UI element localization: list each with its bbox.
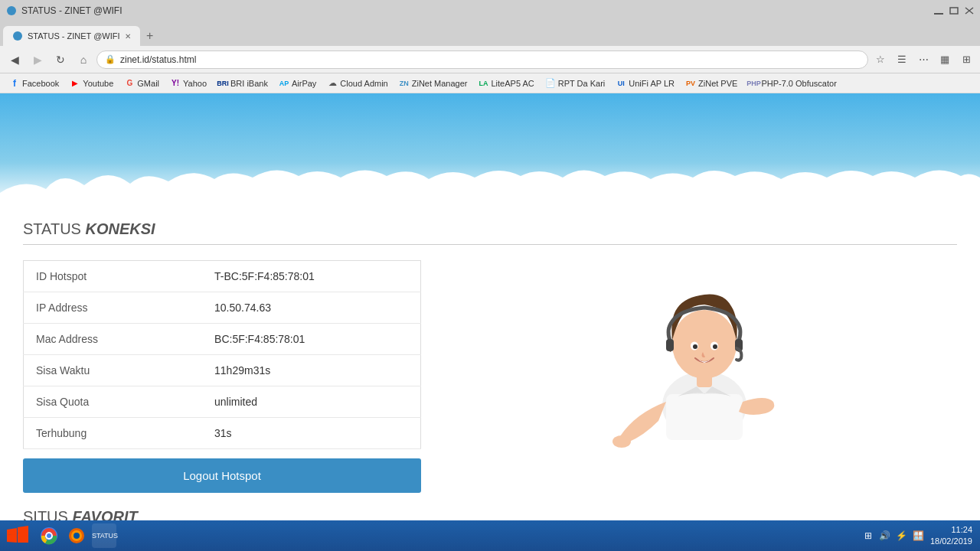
- value-sisa-quota: unlimited: [202, 386, 420, 418]
- back-button[interactable]: ◀: [5, 50, 24, 70]
- section-title-koneksi: STATUS KONEKSI: [23, 220, 957, 245]
- taskbar-left: STATUS: [3, 522, 116, 549]
- value-mac-address: BC:5F:F4:85:78:01: [202, 324, 420, 355]
- bookmark-cloudadmin[interactable]: ☁ Cloud Admin: [322, 77, 392, 90]
- svg-rect-16: [697, 373, 712, 387]
- bookmark-zinetmanager-label: ZiNet Manager: [412, 79, 468, 88]
- clock-widget[interactable]: 11:24 18/02/2019: [930, 524, 972, 548]
- value-terhubung: 31s: [202, 418, 420, 449]
- yahoo-icon: Y!: [170, 78, 181, 89]
- bookmark-php-label: PHP-7.0 Obfuscator: [761, 79, 836, 88]
- bookmark-rpt[interactable]: 📄 RPT Da Kari: [541, 77, 610, 90]
- table-row: Sisa Waktu 11h29m31s: [24, 355, 421, 386]
- label-sisa-quota: Sisa Quota: [24, 386, 203, 418]
- library-button[interactable]: ⊞: [957, 51, 975, 69]
- forward-button[interactable]: ▶: [28, 50, 47, 70]
- bookmark-liteap-label: LiteAP5 AC: [492, 79, 534, 88]
- taskbar-active-window[interactable]: STATUS: [92, 523, 116, 548]
- bookmark-yahoo[interactable]: Y! Yahoo: [165, 77, 211, 90]
- menu-button[interactable]: ⋯: [914, 51, 933, 69]
- tab-icon: [12, 31, 23, 41]
- bookmark-rpt-label: RPT Da Kari: [558, 79, 606, 88]
- unifi-icon: UI: [616, 78, 626, 89]
- bookmark-bri[interactable]: BRI BRI iBank: [213, 77, 273, 90]
- liteap-icon: LA: [479, 78, 489, 89]
- bookmark-gmail[interactable]: G GMail: [119, 77, 164, 90]
- table-row: Terhubung 31s: [24, 418, 421, 449]
- facebook-icon: f: [9, 78, 20, 89]
- cloudadmin-icon: ☁: [327, 78, 338, 89]
- taskbar-window-label: STATUS: [92, 532, 118, 540]
- clock-date: 18/02/2019: [930, 536, 972, 547]
- bookmark-youtube[interactable]: ▶ Youtube: [65, 77, 118, 90]
- page-icon: [6, 5, 17, 16]
- status-table-container: ID Hotspot T-BC:5F:F4:85:78:01 IP Addres…: [23, 260, 421, 493]
- bookmark-zinetmanager[interactable]: ZN ZiNet Manager: [394, 77, 472, 90]
- home-button[interactable]: ⌂: [74, 50, 93, 70]
- tab-bar: STATUS - ZINET @WIFI ✕ +: [0, 21, 980, 46]
- table-row: ID Hotspot T-BC:5F:F4:85:78:01: [24, 261, 421, 292]
- bookmark-yahoo-label: Yahoo: [183, 79, 207, 88]
- system-tray: ⊞ 🔊 ⚡ 🪟: [861, 529, 926, 543]
- bookmarks-bar: f Facebook ▶ Youtube G GMail Y! Yahoo BR…: [0, 73, 980, 93]
- maximize-icon[interactable]: [949, 7, 959, 15]
- svg-point-8: [612, 435, 631, 448]
- url-bar[interactable]: 🔒 zinet.id/status.html: [96, 51, 868, 69]
- sidebar-button[interactable]: ▦: [936, 51, 954, 69]
- taskbar: STATUS ⊞ 🔊 ⚡ 🪟 11:24 18/02/2019: [0, 520, 980, 551]
- table-row: Sisa Quota unlimited: [24, 386, 421, 418]
- support-character-svg: [597, 260, 812, 452]
- youtube-icon: ▶: [70, 78, 80, 89]
- rpt-icon: 📄: [545, 78, 556, 89]
- reader-view-button[interactable]: ☰: [893, 51, 911, 69]
- clock-time: 11:24: [930, 524, 972, 536]
- logout-button[interactable]: Logout Hotspot: [23, 458, 421, 493]
- page-content: STATUS KONEKSI ID Hotspot T-BC:5F:F4:85:…: [0, 93, 980, 551]
- active-tab[interactable]: STATUS - ZINET @WIFI ✕: [3, 26, 140, 46]
- status-table: ID Hotspot T-BC:5F:F4:85:78:01 IP Addres…: [23, 260, 421, 449]
- refresh-button[interactable]: ↻: [51, 50, 70, 70]
- section-koneksi-text: KONEKSI: [86, 220, 155, 237]
- bookmark-facebook[interactable]: f Facebook: [5, 77, 64, 90]
- tray-battery-icon[interactable]: ⚡: [895, 529, 909, 543]
- bri-icon: BRI: [217, 78, 228, 89]
- taskbar-chrome-button[interactable]: [37, 523, 61, 548]
- windows-logo-icon: [7, 524, 30, 547]
- bookmark-star-button[interactable]: ☆: [871, 51, 890, 69]
- main-area: STATUS KONEKSI ID Hotspot T-BC:5F:F4:85:…: [0, 208, 980, 551]
- taskbar-firefox-button[interactable]: [64, 523, 89, 548]
- value-sisa-waktu: 11h29m31s: [202, 355, 420, 386]
- label-id-hotspot: ID Hotspot: [24, 261, 203, 292]
- bookmark-zinetpve-label: ZiNet PVE: [698, 79, 737, 88]
- bookmark-liteap[interactable]: LA LiteAP5 AC: [474, 77, 539, 90]
- airpay-icon: AP: [279, 78, 289, 89]
- bookmark-zinetpve[interactable]: PV ZiNet PVE: [681, 77, 742, 90]
- tab-close-button[interactable]: ✕: [125, 32, 131, 41]
- bookmark-php[interactable]: PHP PHP-7.0 Obfuscator: [743, 77, 841, 90]
- zinetmanager-icon: ZN: [399, 78, 410, 89]
- minimize-icon[interactable]: [934, 7, 943, 15]
- url-text: zinet.id/status.html: [120, 54, 196, 65]
- bookmark-airpay-label: AirPay: [292, 79, 316, 88]
- tray-windows-icon[interactable]: 🪟: [912, 529, 926, 543]
- clouds-decoration: [0, 162, 980, 208]
- new-tab-button[interactable]: +: [140, 26, 160, 46]
- svg-rect-7: [666, 394, 743, 440]
- svg-point-20: [47, 533, 51, 538]
- start-button[interactable]: [3, 522, 34, 549]
- bookmark-airpay[interactable]: AP AirPay: [274, 77, 321, 90]
- label-mac-address: Mac Address: [24, 324, 203, 355]
- bookmark-unifi[interactable]: UI UniFi AP LR: [611, 77, 679, 90]
- tray-network-icon[interactable]: ⊞: [861, 529, 875, 543]
- svg-rect-1: [934, 13, 943, 15]
- svg-point-0: [7, 6, 16, 15]
- close-icon[interactable]: [965, 7, 974, 15]
- table-row: Mac Address BC:5F:F4:85:78:01: [24, 324, 421, 355]
- svg-point-12: [693, 344, 697, 349]
- status-section: ID Hotspot T-BC:5F:F4:85:78:01 IP Addres…: [23, 260, 957, 493]
- bookmark-unifi-label: UniFi AP LR: [629, 79, 675, 88]
- tray-audio-icon[interactable]: 🔊: [878, 529, 892, 543]
- svg-point-5: [13, 31, 22, 41]
- bookmark-bri-label: BRI iBank: [230, 79, 268, 88]
- browser-window: STATUS - ZINET @WIFI STATUS - ZINET @WIF…: [0, 0, 980, 551]
